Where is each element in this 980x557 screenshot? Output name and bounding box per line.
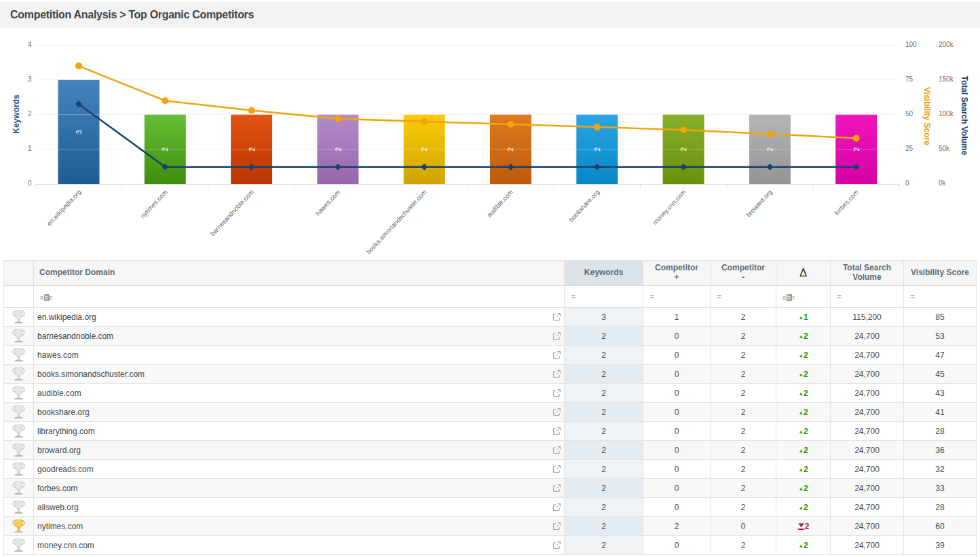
svg-text:100: 100 xyxy=(905,41,917,48)
svg-text:broward.org: broward.org xyxy=(745,188,774,219)
svg-text:2: 2 xyxy=(766,147,774,151)
svg-text:money.cnn.com: money.cnn.com xyxy=(651,188,687,226)
svg-text:nytimes.com: nytimes.com xyxy=(138,188,168,220)
svg-text:2: 2 xyxy=(28,110,32,118)
svg-text:2: 2 xyxy=(420,147,428,151)
svg-text:Total Search Volume: Total Search Volume xyxy=(960,76,969,156)
svg-text:2: 2 xyxy=(334,147,342,151)
svg-text:25: 25 xyxy=(905,145,913,152)
svg-text:Keywords: Keywords xyxy=(12,94,21,134)
svg-text:1: 1 xyxy=(28,145,32,152)
svg-text:3: 3 xyxy=(28,75,32,83)
svg-text:2: 2 xyxy=(507,147,515,151)
svg-text:0k: 0k xyxy=(939,179,947,187)
svg-text:Visibility Score: Visibility Score xyxy=(922,87,932,145)
svg-text:50k: 50k xyxy=(939,145,950,152)
svg-text:hawes.com: hawes.com xyxy=(314,188,342,217)
svg-text:audible.com: audible.com xyxy=(485,188,514,219)
svg-text:4: 4 xyxy=(28,41,32,48)
svg-text:2: 2 xyxy=(679,147,687,151)
svg-text:75: 75 xyxy=(905,75,913,83)
svg-text:forbes.com: forbes.com xyxy=(833,188,860,217)
svg-text:2: 2 xyxy=(852,147,861,151)
svg-text:2: 2 xyxy=(248,147,256,151)
svg-text:2: 2 xyxy=(593,147,601,151)
svg-text:0: 0 xyxy=(905,179,909,187)
svg-text:0: 0 xyxy=(28,179,32,187)
svg-text:bookshare.org: bookshare.org xyxy=(567,188,601,223)
svg-text:3: 3 xyxy=(75,130,83,134)
svg-text:100k: 100k xyxy=(939,110,954,118)
svg-text:en.wikipedia.org: en.wikipedia.org xyxy=(45,188,83,228)
svg-text:books.simonandschuster.com: books.simonandschuster.com xyxy=(364,188,428,255)
svg-text:barnesandnoble.com: barnesandnoble.com xyxy=(209,188,256,237)
svg-text:2: 2 xyxy=(161,147,169,151)
svg-text:150k: 150k xyxy=(939,75,954,83)
svg-text:50: 50 xyxy=(905,110,913,118)
svg-text:200k: 200k xyxy=(939,41,954,48)
